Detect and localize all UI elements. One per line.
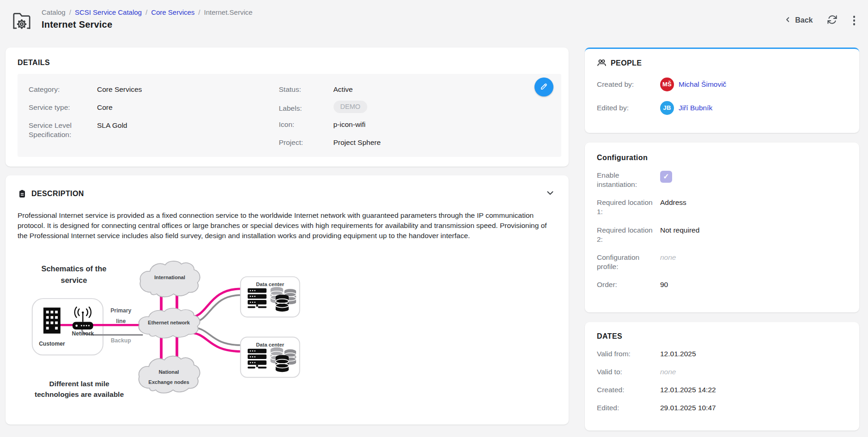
description-card: DESCRIPTION Professional Internet servic… [6,175,569,425]
breadcrumb-current: Internet.Service [204,8,253,16]
svg-text:International: International [154,275,185,281]
svg-text:line: line [116,318,126,325]
project-row: Project: Project Sphere [279,138,529,147]
svg-text:Network: Network [72,330,94,337]
svg-text:technologies are available: technologies are available [35,391,124,399]
order-row: Order: 90 [597,280,847,289]
svg-text:Data center: Data center [256,342,284,347]
kebab-dot [853,19,856,22]
kebab-dot [853,16,856,18]
category-row: Category: Core Services [29,85,279,94]
header-actions: Back [784,14,857,27]
refresh-button[interactable] [827,14,838,26]
svg-text:Customer: Customer [39,341,65,347]
clipboard-icon [18,189,27,198]
svg-text:service: service [61,276,87,285]
description-heading: DESCRIPTION [31,190,84,198]
svg-text:National: National [159,370,179,375]
description-header: DESCRIPTION [18,186,557,201]
kebab-dot [853,23,856,25]
back-label: Back [795,16,813,24]
project-link[interactable]: Project Sphere [334,138,381,147]
service-type-row: Service type: Core [29,103,279,112]
svg-text:Ethernet network: Ethernet network [148,320,190,326]
required-location-2-row: Required location 2: Not required [597,226,847,244]
refresh-icon [827,14,838,26]
edit-details-button[interactable] [534,78,553,96]
configuration-profile-row: Configuration profile: none [597,253,847,271]
sla-link[interactable]: SLA Gold [97,121,127,139]
schematic-diagram-image: Schematics of the service Primary line B… [27,257,557,406]
people-heading: PEOPLE [611,59,642,67]
breadcrumb: Catalog / SCSI Service Catalog / Core Se… [42,7,253,16]
edited-by-row: Edited by: JB Jiří Bubník [597,101,847,115]
valid-to-row: Valid to: none [597,367,847,377]
status-value: Active [334,85,353,94]
left-column: DETAILS Category: Core Services [6,48,569,431]
avatar: JB [660,101,674,115]
details-heading: DETAILS [18,59,561,67]
breadcrumb-scsi-service-catalog-link[interactable]: SCSI Service Catalog [75,8,142,16]
right-column: PEOPLE Created by: MŠ Michal Šimovič Edi… [585,48,859,431]
service-type-value: Core [97,103,113,112]
svg-text:Exchange nodes: Exchange nodes [148,380,189,385]
svg-text:Different last mile: Different last mile [49,380,109,388]
svg-text:Schematics of the: Schematics of the [41,264,106,273]
breadcrumb-core-services-link[interactable]: Core Services [151,8,194,16]
building-icon [43,308,61,334]
breadcrumb-catalog[interactable]: Catalog [42,8,66,16]
chevron-down-icon [545,193,556,200]
edited-by-user-link[interactable]: Jiří Bubník [679,103,712,113]
breadcrumb-separator: / [198,8,200,16]
breadcrumb-separator: / [146,8,147,16]
service-level-specification-row: Service Level Specification: SLA Gold [29,121,279,139]
svg-text:Primary: Primary [110,308,131,314]
main-content: DETAILS Category: Core Services [0,40,868,431]
svg-text:Data center: Data center [256,281,284,287]
edited-row: Edited: 29.01.2025 10:47 [597,403,847,413]
people-card: PEOPLE Created by: MŠ Michal Šimovič Edi… [585,48,859,133]
created-row: Created: 12.01.2025 14:22 [597,385,847,395]
created-by-user-link[interactable]: Michal Šimovič [679,80,726,89]
category-link[interactable]: Core Services [97,85,142,94]
details-card: DETAILS Category: Core Services [6,48,569,167]
people-icon [597,58,607,68]
configuration-card: Configuration Enable instantiation: ✓ Re… [585,143,859,312]
enable-instantiation-row: Enable instantiation: ✓ [597,171,847,189]
label-chip: DEMO [334,101,368,113]
description-text: Professional Internet service is provide… [18,210,556,241]
created-by-row: Created by: MŠ Michal Šimovič [597,78,847,91]
configuration-heading: Configuration [597,154,847,162]
dates-card: DATES Valid from: 12.01.2025 Valid to: n… [585,322,859,431]
svg-text:Backup: Backup [111,338,131,344]
labels-row: Labels: DEMO [279,101,529,113]
kebab-menu-button[interactable] [851,14,857,27]
details-left-column: Category: Core Services Service type: Co… [29,85,279,146]
icon-value: p-icon-wifi [334,120,366,129]
valid-from-row: Valid from: 12.01.2025 [597,349,847,359]
details-panel: Category: Core Services Service type: Co… [18,74,561,157]
enable-instantiation-checkbox[interactable]: ✓ [660,171,672,183]
icon-row: Icon: p-icon-wifi [279,120,529,129]
collapse-description-button[interactable] [544,186,557,201]
pencil-icon [539,82,549,93]
details-right-column: Status: Active Labels: DEMO Icon: p-icon… [279,85,529,146]
dates-heading: DATES [597,332,847,341]
status-row: Status: Active [279,85,529,94]
back-button[interactable]: Back [784,16,813,25]
page-header: Catalog / SCSI Service Catalog / Core Se… [0,0,868,40]
required-location-1-row: Required location 1: Address [597,198,847,216]
breadcrumb-separator: / [69,8,71,16]
chevron-left-icon [784,16,792,25]
folder-gear-icon [10,9,33,32]
page-title: Internet Service [42,19,253,30]
avatar: MŠ [660,78,674,91]
